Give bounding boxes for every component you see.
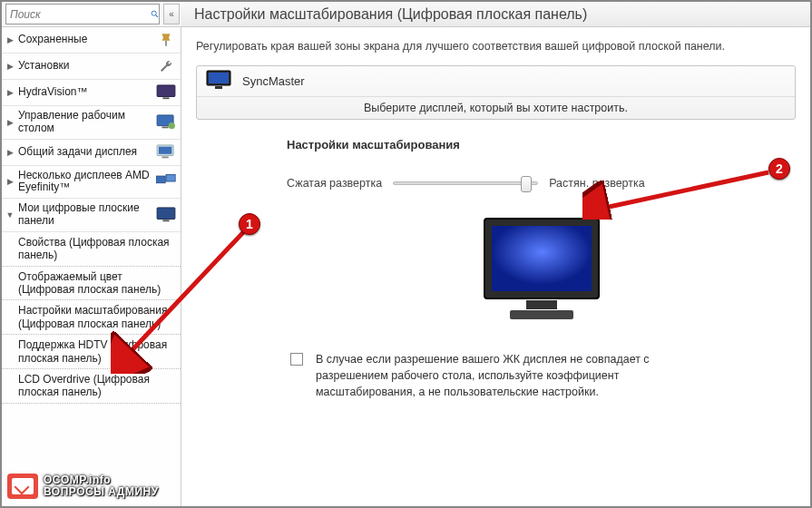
svg-rect-17 bbox=[215, 86, 222, 89]
sidebar-item-common-tasks[interactable]: ▶ Общий задачи дисплея bbox=[2, 140, 181, 166]
chevron-right-icon: ▶ bbox=[5, 88, 15, 97]
watermark-line2: ВОПРОСЫ АДМИНУ bbox=[44, 486, 159, 498]
chevron-right-icon: ▶ bbox=[5, 62, 15, 71]
svg-rect-9 bbox=[159, 146, 171, 153]
annotation-badge-1: 1 bbox=[239, 213, 260, 235]
page-title: Настройки масштабирования (Цифровая плос… bbox=[181, 2, 810, 26]
display-selector: SyncMaster Выберите дисплей, который вы … bbox=[196, 65, 796, 120]
flat-panel-icon bbox=[155, 206, 177, 224]
sidebar-item-label: Управление рабочим столом bbox=[18, 110, 152, 135]
display-name-label: SyncMaster bbox=[242, 74, 305, 88]
svg-point-0 bbox=[152, 11, 156, 15]
slider-thumb[interactable] bbox=[521, 176, 532, 192]
annotation-badge-2: 2 bbox=[768, 158, 790, 180]
sidebar-item-hydravision[interactable]: ▶ HydraVision™ bbox=[2, 80, 181, 106]
use-scaling-checkbox[interactable] bbox=[290, 353, 303, 366]
chevron-right-icon: ▶ bbox=[5, 35, 15, 44]
search-box[interactable] bbox=[5, 4, 160, 24]
monitor-icon bbox=[155, 143, 177, 161]
scaling-slider-row: Сжатая развертка Растян. развертка bbox=[287, 177, 796, 190]
sidebar: ▶ Сохраненные ▶ Установки ▶ HydraVision™… bbox=[2, 27, 181, 506]
sidebar-item-desktop-mgmt[interactable]: ▶ Управление рабочим столом bbox=[2, 106, 181, 140]
sub-item-properties[interactable]: Свойства (Цифровая плоская панель) bbox=[2, 232, 181, 267]
main-panel: Регулировать края вашей зоны экрана для … bbox=[181, 27, 810, 506]
svg-rect-14 bbox=[162, 220, 169, 221]
svg-line-1 bbox=[156, 15, 158, 17]
search-input[interactable] bbox=[6, 6, 151, 23]
scaling-note-text: В случае если разрешение вашего ЖК диспл… bbox=[316, 351, 680, 400]
chevron-right-icon: ▶ bbox=[5, 118, 15, 127]
sub-item-lcd[interactable]: LCD Overdrive (Цифровая плоская панель) bbox=[2, 369, 181, 404]
collapse-sidebar-button[interactable]: « bbox=[163, 4, 180, 24]
svg-rect-6 bbox=[162, 126, 169, 128]
sidebar-item-eyefinity[interactable]: ▶ Несколько дисплеев AMD Eyefinity™ bbox=[2, 166, 181, 200]
slider-label-underscan: Сжатая развертка bbox=[287, 177, 382, 190]
display-purple-icon bbox=[155, 83, 177, 102]
svg-rect-11 bbox=[156, 176, 165, 183]
monitor-illustration bbox=[469, 213, 614, 331]
sidebar-item-label: Установки bbox=[18, 60, 152, 73]
svg-rect-13 bbox=[157, 208, 175, 220]
wrench-icon bbox=[155, 57, 177, 75]
svg-rect-22 bbox=[510, 310, 573, 319]
sidebar-item-label: Общий задачи дисплея bbox=[18, 146, 152, 159]
sidebar-item-label: Мои цифровые плоские панели bbox=[18, 202, 152, 228]
display-hint-text: Выберите дисплей, который вы хотите наст… bbox=[197, 97, 795, 119]
slider-label-overscan: Растян. развертка bbox=[549, 177, 645, 190]
sidebar-item-label: Сохраненные bbox=[18, 34, 152, 46]
scaling-panel-title: Настройки масштабирования bbox=[287, 138, 796, 151]
watermark: OCOMP.info ВОПРОСЫ АДМИНУ bbox=[7, 474, 159, 499]
monitor-thumb-icon bbox=[206, 70, 233, 93]
svg-rect-20 bbox=[492, 226, 592, 291]
display-entry[interactable]: SyncMaster bbox=[197, 66, 795, 97]
svg-point-7 bbox=[169, 122, 175, 129]
sidebar-item-digital-panels[interactable]: ▼ Мои цифровые плоские панели bbox=[2, 199, 181, 232]
svg-rect-2 bbox=[165, 41, 167, 46]
svg-rect-21 bbox=[526, 300, 557, 309]
sidebar-item-saved[interactable]: ▶ Сохраненные bbox=[2, 27, 181, 54]
sidebar-item-label: Несколько дисплеев AMD Eyefinity™ bbox=[18, 170, 152, 195]
watermark-icon bbox=[7, 474, 38, 499]
description-text: Регулировать края вашей зоны экрана для … bbox=[196, 40, 796, 53]
svg-rect-3 bbox=[157, 85, 175, 97]
sub-item-scaling[interactable]: Настройки масштабирования (Цифровая плос… bbox=[2, 300, 181, 335]
svg-rect-16 bbox=[209, 73, 229, 83]
chevron-down-icon: ▼ bbox=[5, 210, 15, 220]
search-icon[interactable] bbox=[151, 5, 159, 24]
sidebar-item-label: HydraVision™ bbox=[18, 86, 152, 99]
chevron-right-icon: ▶ bbox=[5, 177, 15, 186]
svg-rect-4 bbox=[162, 97, 169, 99]
sidebar-item-presets[interactable]: ▶ Установки bbox=[2, 54, 181, 80]
desktop-icon bbox=[155, 113, 177, 132]
sub-item-hdtv[interactable]: Поддержка HDTV (Цифровая плоская панель) bbox=[2, 335, 181, 369]
scaling-slider[interactable] bbox=[393, 181, 538, 185]
multi-display-icon bbox=[155, 172, 177, 190]
sub-item-color[interactable]: Отображаемый цвет (Цифровая плоская пане… bbox=[2, 267, 181, 301]
chevron-right-icon: ▶ bbox=[5, 148, 15, 157]
pin-icon bbox=[155, 31, 177, 49]
svg-rect-10 bbox=[162, 156, 169, 158]
svg-rect-12 bbox=[166, 175, 175, 182]
